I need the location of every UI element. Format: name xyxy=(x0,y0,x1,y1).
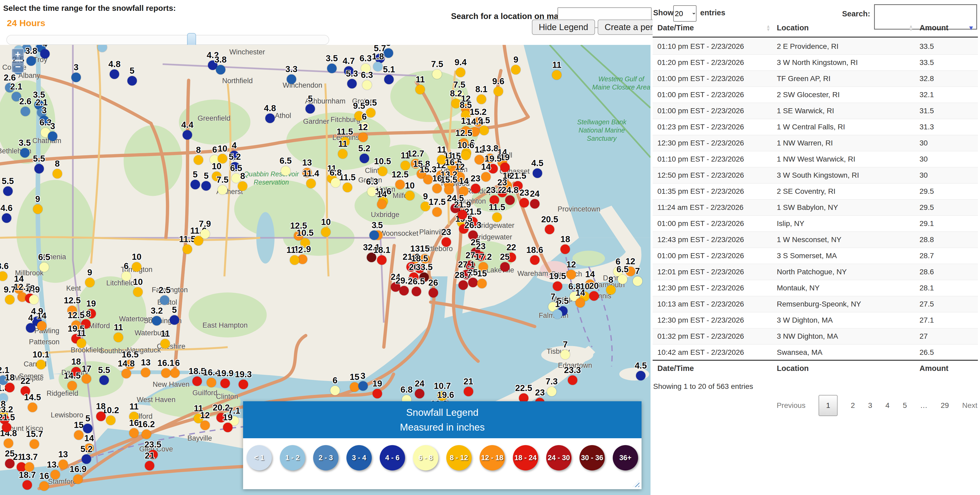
snowfall-marker[interactable] xyxy=(415,389,424,398)
snowfall-marker[interactable] xyxy=(127,76,137,86)
snowfall-marker[interactable] xyxy=(265,114,275,123)
snowfall-marker[interactable] xyxy=(477,95,486,104)
pagination-page-1[interactable]: 1 xyxy=(819,395,838,416)
snowfall-marker[interactable] xyxy=(218,185,227,195)
snowfall-marker[interactable] xyxy=(290,255,299,265)
pagination-page-2[interactable]: 2 xyxy=(851,401,855,410)
snowfall-marker[interactable] xyxy=(479,126,489,135)
snowfall-marker[interactable] xyxy=(412,287,421,296)
snowfall-marker[interactable] xyxy=(37,321,46,330)
snowfall-marker[interactable] xyxy=(141,368,150,377)
snowfall-marker[interactable] xyxy=(121,369,131,378)
snowfall-marker[interactable] xyxy=(432,70,442,79)
snowfall-marker[interactable] xyxy=(110,70,119,79)
snowfall-marker[interactable] xyxy=(511,65,520,75)
snowfall-marker[interactable] xyxy=(39,262,49,272)
snowfall-marker[interactable] xyxy=(5,383,14,392)
snowfall-marker[interactable] xyxy=(636,371,646,381)
snowfall-marker[interactable] xyxy=(461,151,471,160)
snowfall-marker[interactable] xyxy=(415,85,425,94)
snowfall-marker[interactable] xyxy=(458,280,468,290)
snowfall-marker[interactable] xyxy=(200,229,210,239)
snowfall-marker[interactable] xyxy=(606,285,616,295)
snowfall-marker[interactable] xyxy=(2,423,11,432)
snowfall-marker[interactable] xyxy=(383,48,393,58)
snowfall-marker[interactable] xyxy=(145,461,154,470)
snowfall-marker[interactable] xyxy=(423,175,433,184)
snowfall-marker[interactable] xyxy=(152,316,161,325)
snowfall-marker[interactable] xyxy=(76,338,86,348)
snowfall-marker[interactable] xyxy=(372,389,382,398)
pagination-page-29[interactable]: 29 xyxy=(941,401,949,410)
snowfall-marker[interactable] xyxy=(231,173,241,183)
snowfall-marker[interactable] xyxy=(481,172,491,182)
snowfall-marker[interactable] xyxy=(432,207,442,217)
snowfall-marker[interactable] xyxy=(287,75,296,84)
snowfall-marker[interactable] xyxy=(39,481,49,491)
pagination-page-4[interactable]: 4 xyxy=(885,401,889,410)
pagination-page-5[interactable]: 5 xyxy=(903,401,907,410)
snowfall-marker[interactable] xyxy=(377,200,387,209)
snowfall-marker[interactable] xyxy=(239,380,248,389)
snowfall-marker[interactable] xyxy=(73,474,83,484)
column-header-datetime[interactable]: Date/Time ▲▼ xyxy=(652,24,777,32)
snowfall-marker[interactable] xyxy=(33,204,43,214)
pagination-previous[interactable]: Previous xyxy=(776,401,805,410)
snowfall-marker[interactable] xyxy=(26,56,36,66)
snowfall-marker[interactable] xyxy=(192,376,202,386)
snowfall-marker[interactable] xyxy=(589,291,599,301)
snowfall-marker[interactable] xyxy=(358,133,368,142)
snowfall-marker[interactable] xyxy=(161,368,171,378)
snowfall-marker[interactable] xyxy=(477,279,487,288)
snowfall-marker[interactable] xyxy=(133,287,143,297)
map-zoom-out-button[interactable]: − xyxy=(12,61,24,73)
snowfall-marker[interactable] xyxy=(519,198,529,208)
snowfall-marker[interactable] xyxy=(82,454,91,464)
snowfall-marker[interactable] xyxy=(142,430,151,439)
snowfall-marker[interactable] xyxy=(82,374,91,384)
snowfall-marker[interactable] xyxy=(29,295,38,305)
time-range-slider[interactable] xyxy=(6,35,329,45)
snowfall-marker[interactable] xyxy=(500,262,510,272)
snowfall-marker[interactable] xyxy=(553,281,562,291)
snowfall-marker[interactable] xyxy=(52,169,62,178)
snowfall-marker[interactable] xyxy=(4,438,13,448)
snowfall-marker[interactable] xyxy=(530,199,539,209)
snowfall-marker[interactable] xyxy=(281,166,290,176)
snowfall-marker[interactable] xyxy=(305,104,315,114)
snowfall-marker[interactable] xyxy=(83,424,92,433)
snowfall-marker[interactable] xyxy=(395,180,405,189)
hide-legend-button[interactable]: Hide Legend xyxy=(532,19,595,35)
snowfall-marker[interactable] xyxy=(114,333,123,342)
snowfall-marker[interactable] xyxy=(223,423,232,432)
snowfall-marker[interactable] xyxy=(530,255,539,265)
snowfall-marker[interactable] xyxy=(633,276,642,286)
snowfall-marker[interactable] xyxy=(360,154,369,163)
snowfall-marker[interactable] xyxy=(399,286,409,295)
snowfall-marker[interactable] xyxy=(200,420,210,430)
snowfall-marker[interactable] xyxy=(51,470,60,479)
snowfall-marker[interactable] xyxy=(451,99,461,108)
snowfall-marker[interactable] xyxy=(321,227,331,237)
column-header-location[interactable]: Location ▲▼ xyxy=(777,24,920,32)
snowfall-marker[interactable] xyxy=(350,382,360,392)
snowfall-marker[interactable] xyxy=(5,459,14,468)
snowfall-marker[interactable] xyxy=(362,80,372,90)
snowfall-marker[interactable] xyxy=(74,430,83,440)
pagination-next[interactable]: Next xyxy=(962,401,977,410)
snowfall-marker[interactable] xyxy=(331,178,340,187)
snowfall-marker[interactable] xyxy=(377,255,387,265)
snowfall-marker[interactable] xyxy=(28,403,37,412)
snowfall-marker[interactable] xyxy=(48,132,57,141)
snowfall-marker[interactable] xyxy=(492,213,502,222)
column-header-amount[interactable]: Amount ▼ xyxy=(920,24,978,32)
snowfall-marker[interactable] xyxy=(3,186,13,196)
snowfall-marker[interactable] xyxy=(343,183,352,192)
snowfall-marker[interactable] xyxy=(170,368,180,378)
snowfall-marker[interactable] xyxy=(161,339,170,349)
snowfall-marker[interactable] xyxy=(576,298,585,308)
snowfall-marker[interactable] xyxy=(96,412,106,421)
snowfall-marker[interactable] xyxy=(560,350,570,359)
snowfall-marker[interactable] xyxy=(327,63,337,73)
snowfall-marker[interactable] xyxy=(552,70,562,80)
